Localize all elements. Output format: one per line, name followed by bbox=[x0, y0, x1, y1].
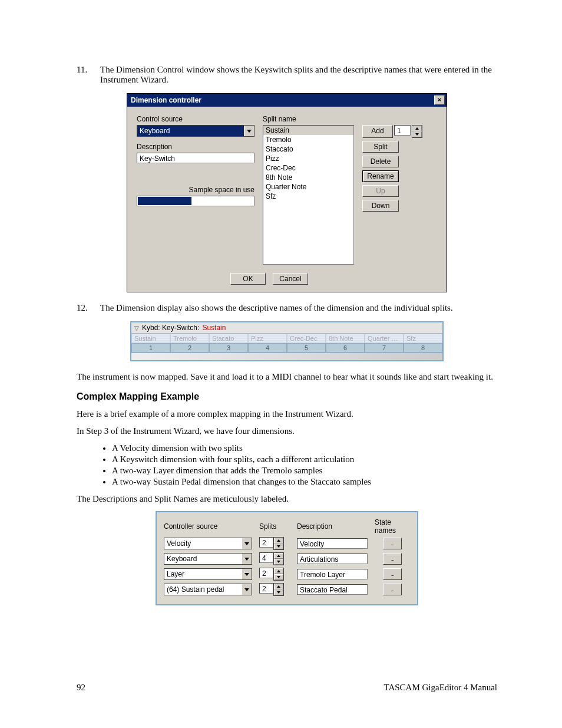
add-count-spinner[interactable] bbox=[412, 125, 422, 138]
list-item[interactable]: 8th Note bbox=[263, 173, 353, 182]
dialog-titlebar: Dimension controller × bbox=[127, 94, 447, 107]
keyswitch-strip: ▽ Kybd: Key-Switch: Sustain Sustain Trem… bbox=[130, 321, 444, 361]
step-12-number: 12. bbox=[77, 303, 100, 313]
spinner-down-icon[interactable] bbox=[412, 131, 422, 137]
ok-button[interactable]: OK bbox=[230, 273, 266, 285]
splits-field[interactable]: 2 bbox=[259, 583, 273, 594]
delete-button[interactable]: Delete bbox=[362, 156, 399, 167]
list-item[interactable]: Crec-Dec bbox=[263, 163, 353, 173]
bullet-item: A Keyswitch dimension with four splits, … bbox=[112, 454, 497, 465]
strip-piano bbox=[131, 353, 442, 360]
strip-label[interactable]: Sustain bbox=[131, 334, 170, 343]
control-source-label: Control source bbox=[137, 115, 254, 123]
bullet-item: A two-way Layer dimension that adds the … bbox=[112, 466, 497, 476]
strip-num: 4 bbox=[248, 343, 287, 353]
controller-source-combo[interactable]: Keyboard bbox=[164, 553, 252, 565]
strip-num: 3 bbox=[209, 343, 248, 353]
para-step3: In Step 3 of the Instrument Wizard, we h… bbox=[77, 426, 497, 436]
description-field[interactable]: Tremolo Layer bbox=[297, 569, 368, 579]
chevron-down-icon[interactable] bbox=[242, 569, 252, 579]
close-icon[interactable]: × bbox=[434, 95, 445, 105]
state-names-button[interactable]: ... bbox=[383, 553, 402, 565]
strip-title-highlight: Sustain bbox=[202, 324, 226, 332]
up-button[interactable]: Up bbox=[362, 185, 399, 197]
splits-spinner[interactable] bbox=[273, 552, 284, 565]
strip-num: 6 bbox=[326, 343, 365, 353]
strip-label[interactable]: Tremolo bbox=[170, 334, 209, 343]
controller-source-combo[interactable]: Velocity bbox=[164, 538, 252, 549]
chevron-down-icon[interactable] bbox=[242, 538, 252, 549]
strip-label[interactable]: 8th Note bbox=[326, 334, 365, 343]
cancel-button[interactable]: Cancel bbox=[273, 273, 308, 285]
sample-space-progress bbox=[137, 196, 254, 206]
strip-label[interactable]: Sfz bbox=[404, 334, 442, 343]
chevron-down-icon[interactable] bbox=[244, 126, 254, 136]
splits-field[interactable]: 2 bbox=[259, 537, 273, 548]
combo-value: Keyboard bbox=[164, 554, 242, 564]
list-item[interactable]: Sfz bbox=[263, 192, 353, 201]
step-12-text: The Dimension display also shows the des… bbox=[100, 303, 497, 313]
dimension-controller-dialog: Dimension controller × Control source Ke… bbox=[127, 93, 447, 292]
chevron-down-icon[interactable] bbox=[242, 584, 252, 595]
strip-num: 8 bbox=[404, 343, 442, 353]
state-names-button[interactable]: ... bbox=[383, 568, 402, 580]
strip-num: 5 bbox=[287, 343, 326, 353]
state-names-button[interactable]: ... bbox=[383, 538, 402, 549]
chevron-down-icon[interactable] bbox=[242, 554, 252, 564]
splits-spinner[interactable] bbox=[273, 568, 284, 581]
description-label: Description bbox=[137, 143, 254, 151]
splits-spinner[interactable] bbox=[273, 583, 284, 596]
add-count-field[interactable]: 1 bbox=[394, 125, 411, 136]
controller-source-combo[interactable]: Layer bbox=[164, 568, 252, 580]
hdr-description: Description bbox=[297, 522, 368, 531]
page-number: 92 bbox=[77, 683, 85, 693]
step-11-number: 11. bbox=[77, 65, 100, 85]
controller-source-combo[interactable]: (64) Sustain pedal bbox=[164, 584, 252, 595]
state-names-button[interactable]: ... bbox=[383, 584, 402, 595]
strip-label[interactable]: Pizz bbox=[248, 334, 287, 343]
strip-numbers-row: 1 2 3 4 5 6 7 8 bbox=[131, 343, 442, 353]
strip-label[interactable]: Quarter N... bbox=[365, 334, 404, 343]
list-item[interactable]: Quarter Note bbox=[263, 182, 353, 192]
list-item[interactable]: Tremolo bbox=[263, 135, 353, 144]
control-source-combo[interactable]: Keyboard bbox=[137, 125, 254, 137]
wizard-row: (64) Sustain pedal 2 Staccato Pedal ... bbox=[164, 583, 410, 596]
strip-title: ▽ Kybd: Key-Switch: Sustain bbox=[131, 322, 442, 334]
description-field[interactable]: Velocity bbox=[297, 538, 368, 549]
hdr-state-names: State names bbox=[375, 518, 410, 535]
list-item[interactable]: Sustain bbox=[263, 126, 353, 135]
rename-button[interactable]: Rename bbox=[362, 170, 399, 182]
bullet-item: A two-way Sustain Pedal dimension that c… bbox=[112, 477, 497, 487]
control-source-value: Keyboard bbox=[137, 126, 244, 136]
heading-complex-mapping: Complex Mapping Example bbox=[77, 391, 497, 402]
step-11-text: The Dimension Control window shows the K… bbox=[100, 65, 497, 85]
description-field[interactable]: Articulations bbox=[297, 554, 368, 564]
bullet-item: A Velocity dimension with two splits bbox=[112, 443, 497, 453]
split-name-listbox[interactable]: Sustain Tremolo Staccato Pizz Crec-Dec 8… bbox=[263, 125, 354, 265]
add-button[interactable]: Add bbox=[362, 125, 393, 138]
strip-num: 7 bbox=[365, 343, 404, 353]
strip-label[interactable]: Stacato bbox=[209, 334, 248, 343]
split-button[interactable]: Split bbox=[362, 141, 399, 153]
list-item[interactable]: Pizz bbox=[263, 154, 353, 163]
strip-title-prefix: Kybd: Key-Switch: bbox=[142, 324, 199, 332]
down-button[interactable]: Down bbox=[362, 200, 399, 212]
sample-space-label: Sample space in use bbox=[137, 186, 254, 194]
splits-field[interactable]: 4 bbox=[259, 552, 273, 563]
hdr-splits: Splits bbox=[259, 522, 290, 531]
para-mapped: The instrument is now mapped. Save it an… bbox=[77, 372, 497, 382]
description-field[interactable]: Key-Switch bbox=[137, 153, 254, 163]
splits-field[interactable]: 2 bbox=[259, 568, 273, 578]
splits-spinner[interactable] bbox=[273, 537, 284, 550]
strip-label[interactable]: Crec-Dec bbox=[287, 334, 326, 343]
spinner-up-icon[interactable] bbox=[412, 126, 422, 131]
para-labeled: The Descriptions and Split Names are met… bbox=[77, 494, 497, 504]
wizard-controller-grid: Controller source Splits Description Sta… bbox=[156, 511, 418, 605]
doc-title: TASCAM GigaEditor 4 Manual bbox=[384, 683, 497, 693]
strip-labels-row: Sustain Tremolo Stacato Pizz Crec-Dec 8t… bbox=[131, 334, 442, 343]
list-item[interactable]: Staccato bbox=[263, 144, 353, 154]
wizard-row: Velocity 2 Velocity ... bbox=[164, 537, 410, 550]
description-field[interactable]: Staccato Pedal bbox=[297, 584, 368, 595]
split-name-label: Split name bbox=[263, 115, 354, 123]
strip-num: 1 bbox=[131, 343, 170, 353]
